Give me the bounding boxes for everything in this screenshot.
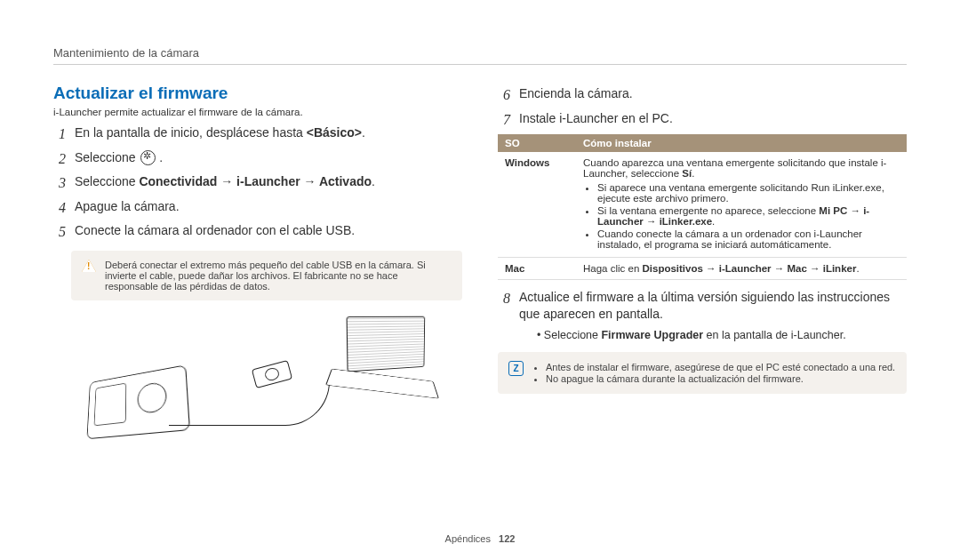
step-2: 2 Seleccione . xyxy=(53,149,462,169)
step-8-item: 8 Actualice el firmware a la última vers… xyxy=(498,289,907,343)
how-cell: Haga clic en Dispositivos → i-Launcher →… xyxy=(576,258,907,280)
step-2-prefix: Seleccione xyxy=(75,150,139,164)
step-8: 8 Actualice el firmware a la última vers… xyxy=(498,289,907,343)
th-how: Cómo instalar xyxy=(576,134,907,152)
step-3: 3 Seleccione Conectividad → i-Launcher →… xyxy=(53,173,462,193)
step-number: 5 xyxy=(53,222,66,242)
note-icon xyxy=(508,361,523,375)
step-text: Instale i-Launcher en el PC. xyxy=(519,110,673,127)
usb-connection-diagram xyxy=(80,309,462,443)
note-callout: Antes de instalar el firmware, asegúrese… xyxy=(498,352,907,394)
install-table: SO Cómo instalar Windows Cuando aparezca… xyxy=(498,134,907,280)
step-number: 2 xyxy=(53,149,66,169)
step-number: 3 xyxy=(53,173,66,193)
note-list: Antes de instalar el firmware, asegúrese… xyxy=(532,361,895,385)
step-number: 8 xyxy=(498,289,510,308)
laptop-illustration xyxy=(329,316,444,396)
step-text: Seleccione Conectividad → i-Launcher → A… xyxy=(75,173,375,190)
steps-6-7: 6 Encienda la cámara. 7 Instale i-Launch… xyxy=(498,85,907,129)
os-cell: Mac xyxy=(498,258,576,280)
step-1: 1 En la pantalla de inicio, desplácese h… xyxy=(53,124,462,144)
step-4: 4 Apague la cámara. xyxy=(53,198,462,218)
row-lead: Cuando aparezca una ventana emergente so… xyxy=(583,157,900,179)
step-text: En la pantalla de inicio, desplácese has… xyxy=(75,124,365,141)
header-divider xyxy=(53,64,907,65)
note-item: No apague la cámara durante la actualiza… xyxy=(546,373,895,384)
step-text: Encienda la cámara. xyxy=(519,85,633,102)
row-bullet: Cuando conecte la cámara a un ordenador … xyxy=(597,228,900,250)
warning-text: Deberá conectar el extremo más pequeño d… xyxy=(105,260,452,292)
page-footer: Apéndices 122 xyxy=(0,533,960,544)
step-text: Actualice el firmware a la última versió… xyxy=(519,289,907,343)
step-8-main: Actualice el firmware a la última versió… xyxy=(519,290,890,321)
step-number: 7 xyxy=(498,110,510,130)
step-text: Conecte la cámara al ordenador con el ca… xyxy=(75,222,355,239)
table-row-windows: Windows Cuando aparezca una ventana emer… xyxy=(498,152,907,258)
steps-1-5: 1 En la pantalla de inicio, desplácese h… xyxy=(53,124,462,242)
warning-callout: Deberá conectar el extremo más pequeño d… xyxy=(71,251,462,300)
breadcrumb: Mantenimiento de la cámara xyxy=(53,46,199,60)
step-6: 6 Encienda la cámara. xyxy=(498,85,907,105)
warning-icon xyxy=(82,260,96,274)
th-os: SO xyxy=(498,134,576,152)
gear-icon xyxy=(140,150,156,165)
section-intro: i-Launcher permite actualizar el firmwar… xyxy=(53,107,462,117)
how-cell: Cuando aparezca una ventana emergente so… xyxy=(576,152,907,258)
step-text: Seleccione . xyxy=(75,149,163,166)
step-7: 7 Instale i-Launcher en el PC. xyxy=(498,110,907,130)
step-number: 4 xyxy=(53,198,66,218)
row-bullet: Si aparece una ventana emergente solicit… xyxy=(597,182,900,204)
step-number: 1 xyxy=(53,124,66,144)
section-title: Actualizar el firmware xyxy=(53,84,462,103)
footer-page-number: 122 xyxy=(499,533,515,544)
row-bullet: Si la ventana emergente no aparece, sele… xyxy=(597,205,900,227)
cable-illustration xyxy=(169,380,330,426)
step-5: 5 Conecte la cámara al ordenador con el … xyxy=(53,222,462,242)
note-item: Antes de instalar el firmware, asegúrese… xyxy=(546,362,895,372)
step-8-sub: Seleccione Firmware Upgrader en la panta… xyxy=(537,328,907,343)
table-row-mac: Mac Haga clic en Dispositivos → i-Launch… xyxy=(498,258,907,280)
footer-section: Apéndices xyxy=(445,533,491,544)
left-column: Actualizar el firmware i-Launcher permit… xyxy=(53,80,462,443)
step-text: Apague la cámara. xyxy=(75,198,180,215)
os-cell: Windows xyxy=(498,152,576,258)
step-number: 6 xyxy=(498,85,510,105)
right-column: 6 Encienda la cámara. 7 Instale i-Launch… xyxy=(498,80,907,443)
